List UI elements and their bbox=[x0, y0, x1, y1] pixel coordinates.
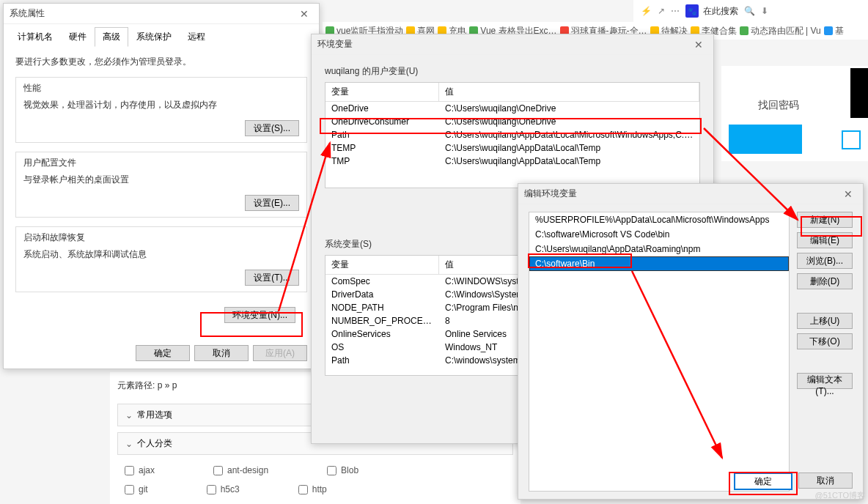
close-button[interactable]: ✕ bbox=[295, 5, 313, 23]
path-entries-list[interactable]: %USERPROFILE%\AppData\Local\Microsoft\Wi… bbox=[529, 212, 790, 492]
edit-button[interactable]: 编辑(E) bbox=[797, 232, 853, 248]
share-icon[interactable]: ↗ bbox=[658, 6, 665, 16]
dialog-footer: 确定 取消 应用(A) bbox=[136, 345, 307, 361]
ok-button[interactable]: 确定 bbox=[734, 472, 792, 490]
tag-git[interactable]: git bbox=[125, 484, 148, 494]
user-vars-label: wuqilang 的用户变量(U) bbox=[325, 65, 700, 78]
tabs: 计算机名 硬件 高级 系统保护 远程 bbox=[4, 24, 319, 47]
dialog-titlebar: 系统属性 ✕ bbox=[4, 4, 319, 24]
col-variable: 变量 bbox=[326, 256, 439, 274]
search-placeholder: 在此搜索 bbox=[703, 5, 738, 18]
bg-image-strip bbox=[850, 68, 868, 118]
list-item[interactable]: %USERPROFILE%\AppData\Local\Microsoft\Wi… bbox=[529, 212, 789, 227]
performance-group: 性能 视觉效果，处理器计划，内存使用，以及虚拟内存 设置(S)... bbox=[15, 77, 307, 143]
group-desc: 系统启动、系统故障和调试信息 bbox=[16, 245, 306, 264]
group-title: 启动和故障恢复 bbox=[16, 227, 306, 245]
tag-ant-design[interactable]: ant-design bbox=[213, 465, 268, 475]
cancel-button[interactable]: 取消 bbox=[194, 345, 249, 361]
col-variable: 变量 bbox=[326, 83, 439, 101]
dialog-title: 编辑环境变量 bbox=[524, 188, 577, 200]
group-title: 用户配置文件 bbox=[16, 152, 306, 171]
group-desc: 与登录帐户相关的桌面设置 bbox=[16, 171, 306, 189]
tags-row: ajax ant-design Blob bbox=[117, 461, 513, 480]
bookmark-item[interactable]: 基 bbox=[824, 25, 844, 37]
cancel-button[interactable]: 取消 bbox=[798, 472, 853, 489]
move-up-button[interactable]: 上移(U) bbox=[797, 313, 853, 329]
tag-ajax[interactable]: ajax bbox=[125, 465, 155, 475]
chevron-down-icon: ⌄ bbox=[125, 439, 133, 449]
group-desc: 视觉效果，处理器计划，内存使用，以及虚拟内存 bbox=[16, 96, 306, 114]
close-button[interactable]: ✕ bbox=[690, 36, 707, 53]
list-item[interactable]: C:\software\Microsoft VS Code\bin bbox=[529, 227, 789, 242]
admin-info-text: 要进行大多数更改，您必须作为管理员登录。 bbox=[15, 56, 307, 68]
delete-button[interactable]: 删除(D) bbox=[797, 273, 853, 289]
dialog-title: 环境变量 bbox=[317, 38, 353, 51]
user-vars-table[interactable]: 变量 值 OneDriveC:\Users\wuqilang\OneDriveO… bbox=[325, 82, 700, 188]
table-header: 变量 值 bbox=[326, 83, 699, 102]
browser-toolbar: ⚡ ↗ ⋯ 🐾 在此搜索 🔍 ⬇ bbox=[633, 0, 868, 22]
system-properties-dialog: 系统属性 ✕ 计算机名 硬件 高级 系统保护 远程 要进行大多数更改，您必须作为… bbox=[3, 3, 320, 369]
bg-login-panel: 找回密码 bbox=[721, 66, 868, 161]
table-row[interactable]: OneDriveConsumerC:\Users\wuqilang\OneDri… bbox=[326, 115, 699, 128]
perf-settings-button[interactable]: 设置(S)... bbox=[245, 120, 299, 136]
ok-button[interactable]: 确定 bbox=[136, 345, 190, 361]
qr-code-icon[interactable] bbox=[842, 130, 861, 149]
tab-hardware[interactable]: 硬件 bbox=[61, 27, 95, 47]
browse-button[interactable]: 浏览(B)... bbox=[797, 253, 853, 269]
edit-env-variable-dialog: 编辑环境变量 ✕ %USERPROFILE%\AppData\Local\Mic… bbox=[518, 183, 864, 500]
tab-computer-name[interactable]: 计算机名 bbox=[10, 27, 61, 47]
tab-remote[interactable]: 远程 bbox=[180, 27, 213, 47]
table-row[interactable]: PathC:\Users\wuqilang\AppData\Local\Micr… bbox=[326, 128, 699, 141]
more-icon[interactable]: ⋯ bbox=[671, 6, 680, 16]
dialog-body: 要进行大多数更改，您必须作为管理员登录。 性能 视觉效果，处理器计划，内存使用，… bbox=[4, 47, 319, 332]
table-row[interactable]: TMPC:\Users\wuqilang\AppData\Local\Temp bbox=[326, 155, 699, 168]
list-item[interactable]: C:\Users\wuqilang\AppData\Roaming\npm bbox=[529, 242, 789, 256]
login-button[interactable] bbox=[729, 125, 802, 154]
bolt-icon[interactable]: ⚡ bbox=[641, 6, 652, 16]
tab-advanced[interactable]: 高级 bbox=[95, 27, 128, 47]
edit-body: %USERPROFILE%\AppData\Local\Microsoft\Wi… bbox=[518, 204, 863, 499]
profile-settings-button[interactable]: 设置(E)... bbox=[245, 195, 299, 211]
search-icon[interactable]: 🔍 bbox=[744, 6, 755, 16]
apply-button: 应用(A) bbox=[253, 345, 307, 361]
dialog-titlebar: 环境变量 ✕ bbox=[312, 34, 713, 55]
env-variables-button[interactable]: 环境变量(N)... bbox=[224, 307, 295, 323]
move-down-button[interactable]: 下移(O) bbox=[797, 333, 853, 349]
edit-buttons-column: 新建(N) 编辑(E) 浏览(B)... 删除(D) 上移(U) 下移(O) 编… bbox=[797, 212, 853, 492]
table-row[interactable]: OneDriveC:\Users\wuqilang\OneDrive bbox=[326, 102, 699, 115]
edit-text-button[interactable]: 编辑文本(T)... bbox=[797, 373, 853, 389]
new-button[interactable]: 新建(N) bbox=[797, 212, 853, 228]
tags-row: git h5c3 http bbox=[117, 480, 513, 499]
startup-recovery-group: 启动和故障恢复 系统启动、系统故障和调试信息 设置(T)... bbox=[15, 226, 307, 292]
dialog-titlebar: 编辑环境变量 ✕ bbox=[518, 184, 863, 204]
tag-blob[interactable]: Blob bbox=[327, 465, 358, 475]
tab-system-protection[interactable]: 系统保护 bbox=[128, 27, 180, 47]
user-profile-group: 用户配置文件 与登录帐户相关的桌面设置 设置(E)... bbox=[15, 152, 307, 218]
baidu-icon: 🐾 bbox=[685, 4, 699, 18]
edit-footer: 确定 取消 bbox=[734, 472, 853, 490]
chevron-down-icon: ⌄ bbox=[125, 410, 133, 420]
watermark: @51CTO博客 bbox=[815, 490, 865, 501]
table-row[interactable]: TEMPC:\Users\wuqilang\AppData\Local\Temp bbox=[326, 141, 699, 155]
startup-settings-button[interactable]: 设置(T)... bbox=[245, 270, 299, 286]
col-value: 值 bbox=[439, 83, 699, 101]
dialog-title: 系统属性 bbox=[10, 7, 45, 20]
tag-http[interactable]: http bbox=[298, 484, 327, 494]
tag-h5c3[interactable]: h5c3 bbox=[207, 484, 240, 494]
recover-password-link[interactable]: 找回密码 bbox=[758, 99, 799, 112]
group-title: 性能 bbox=[16, 78, 306, 96]
list-item[interactable]: C:\software\Bin bbox=[529, 256, 789, 271]
close-button[interactable]: ✕ bbox=[839, 185, 857, 203]
bookmark-item[interactable]: 动态路由匹配 | Vu bbox=[740, 25, 821, 37]
browser-search[interactable]: 🐾 在此搜索 bbox=[685, 4, 738, 18]
download-icon[interactable]: ⬇ bbox=[761, 6, 768, 16]
